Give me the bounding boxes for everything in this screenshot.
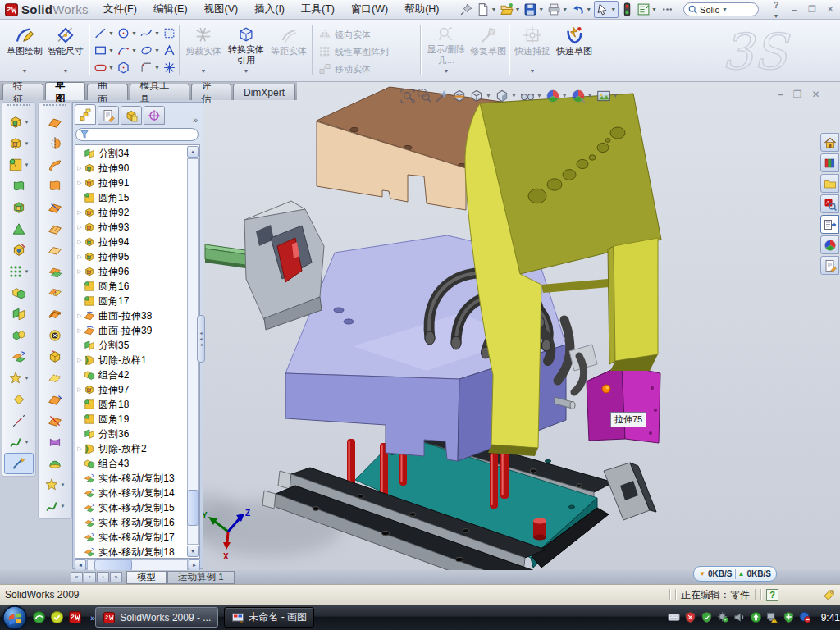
dimxpertmanager-tab[interactable] — [144, 106, 165, 125]
sketch-button[interactable]: 草图绘制▼ — [5, 22, 44, 78]
tree-item-move-copy17[interactable]: 实体-移动/复制17 — [75, 530, 187, 545]
update-service-tray-icon[interactable] — [717, 611, 729, 623]
security-shield-tray-icon[interactable] — [701, 611, 713, 623]
move-entities-button[interactable]: 移动实体 — [318, 61, 413, 77]
quick-snaps-button[interactable]: 快速捕捉▼ — [514, 22, 551, 78]
antivirus-shield-tray-icon[interactable] — [684, 611, 696, 623]
filled-surface-button[interactable] — [39, 218, 71, 240]
view-palette-tab[interactable] — [820, 215, 839, 234]
custom-properties-tab[interactable] — [820, 256, 839, 275]
menu-t[interactable]: 工具(T) — [293, 0, 343, 19]
feature-filter[interactable] — [75, 128, 199, 141]
close-button[interactable]: ✕ — [824, 4, 837, 15]
search-input[interactable]: Solic — [700, 5, 719, 15]
doc-restore-button[interactable]: ❐ — [793, 89, 802, 100]
expand-arrow[interactable]: ▷ — [75, 268, 84, 275]
zoom-area-button[interactable] — [418, 89, 432, 103]
knit-surface-button[interactable] — [39, 282, 71, 304]
display-delete-relations-button[interactable]: 显示/删除几...▼ — [425, 22, 468, 78]
trim-entities-button[interactable]: 剪裁实体▼ — [184, 22, 223, 78]
messenger-button[interactable] — [32, 610, 46, 624]
expand-arrow[interactable]: ▷ — [75, 313, 84, 319]
restore-button[interactable]: ❐ — [806, 4, 819, 15]
revolved-surface-button[interactable] — [39, 133, 71, 154]
tab-曲面[interactable]: 曲面 — [87, 84, 128, 100]
quick-tips-button[interactable]: ? — [766, 589, 778, 601]
line-button[interactable]: ▼ — [94, 26, 115, 40]
volume-tray-icon[interactable] — [733, 611, 746, 623]
tree-item-combine43[interactable]: 组合43 — [75, 456, 187, 471]
save-button[interactable]: ▼ — [523, 2, 546, 17]
expand-arrow[interactable]: ▷ — [75, 327, 84, 334]
search-box[interactable]: Solic ▼ — [683, 2, 759, 16]
toolbar-grip[interactable] — [43, 104, 66, 110]
undo-button[interactable]: ▼ — [570, 2, 593, 17]
tree-item-cut-loft2[interactable]: ▷切除-放样2 — [75, 441, 187, 456]
graphics-area[interactable]: Y Z X — [203, 82, 840, 570]
expand-arrow[interactable]: ▷ — [75, 445, 84, 452]
appearances-scenes-tab[interactable] — [820, 235, 839, 254]
extruded-cut-button[interactable]: ▼ — [2, 133, 35, 154]
lofted-surface-button[interactable] — [39, 176, 71, 197]
expand-arrow[interactable]: ▷ — [75, 253, 84, 260]
panel-splitter-handle[interactable]: ◂◂◂ — [197, 315, 205, 363]
sketch-fillet-button[interactable]: ▼ — [139, 61, 161, 75]
dome-button[interactable] — [39, 453, 71, 474]
clamp-unit-gray[interactable] — [244, 201, 324, 330]
file-explorer-tab[interactable] — [820, 174, 839, 193]
tree-item-cut-loft1[interactable]: ▷切除-放样1 — [75, 353, 187, 368]
combine-bodies-button[interactable] — [2, 282, 35, 304]
smart-dimension-button[interactable]: 智能尺寸▼ — [46, 22, 85, 78]
paint-window-taskbar-button[interactable]: 未命名 - 画图 — [224, 607, 314, 628]
chevron-down-icon[interactable]: ▼ — [722, 7, 728, 12]
curve-button[interactable]: ▼ — [39, 495, 71, 517]
tab-DimXpert[interactable]: DimXpert — [233, 84, 295, 100]
tab-scroll-3[interactable]: » — [110, 572, 122, 582]
doc-close-button[interactable]: ✕ — [811, 89, 819, 100]
boundary-surface-button[interactable] — [39, 197, 71, 218]
rebuild-button[interactable] — [619, 2, 635, 17]
tree-item-split36[interactable]: 分割36 — [75, 427, 187, 441]
solidworks-search-tab[interactable] — [820, 194, 839, 213]
select-box-button[interactable] — [162, 26, 176, 40]
expand-arrow[interactable]: ▷ — [75, 165, 84, 171]
spline-button[interactable]: ▼ — [139, 26, 161, 40]
circle-button[interactable]: ▼ — [116, 26, 138, 40]
tab-scroll-1[interactable]: ‹ — [84, 572, 96, 582]
instant3d-button[interactable] — [4, 453, 34, 474]
section-view-button[interactable] — [452, 89, 467, 103]
expand-arrow[interactable]: ▷ — [75, 180, 84, 186]
hole-wizard-button[interactable] — [2, 240, 35, 261]
shell-button[interactable] — [2, 197, 35, 218]
axis-button[interactable] — [2, 410, 35, 431]
expand-arrow[interactable]: ▷ — [75, 357, 84, 363]
thicken-button[interactable] — [39, 304, 71, 325]
offset-entities-button[interactable]: 等距实体 — [269, 22, 308, 78]
reference-geometry-button[interactable]: ▼ — [39, 474, 71, 495]
tree-item-combine42[interactable]: 组合42 — [75, 368, 187, 382]
mirror-entities-button[interactable]: 镜向实体 — [318, 26, 413, 43]
tree-item-extrude90[interactable]: ▷拉伸90 — [75, 161, 187, 176]
edit-appearance-button[interactable]: ▼ — [546, 89, 568, 103]
tree-item-extrude92[interactable]: ▷拉伸92 — [75, 205, 187, 220]
scroll-left-button[interactable]: ◄ — [75, 559, 86, 571]
toolbar-grip[interactable] — [7, 104, 30, 110]
fillet-button[interactable]: ▼ — [2, 154, 35, 176]
rapid-sketch-button[interactable]: 快速草图 — [555, 22, 594, 78]
move-copy-bodies-button[interactable] — [2, 346, 35, 368]
tab-motion-study[interactable]: 运动算例 1 — [167, 571, 235, 584]
minimize-button[interactable]: – — [788, 5, 801, 15]
tag-icon[interactable] — [823, 589, 835, 601]
network-speed-gadget[interactable]: ▼ 0KB/S ▲ 0KB/S — [693, 566, 777, 582]
swept-surface-button[interactable] — [39, 154, 71, 176]
select-button[interactable]: ▼ — [594, 1, 619, 18]
tree-item-surface-extrude38[interactable]: ▷曲面-拉伸38 — [75, 308, 187, 323]
arc-button[interactable]: ▼ — [116, 43, 138, 57]
nozzle-arm-green[interactable] — [205, 244, 251, 269]
solidworks-window-taskbar-button[interactable]: SolidWorks 2009 - ... — [95, 607, 218, 628]
sync-status-tray-icon[interactable] — [799, 611, 811, 623]
trim-surface-button[interactable] — [39, 410, 71, 431]
tree-item-move-copy13[interactable]: 实体-移动/复制13 — [75, 471, 187, 486]
tab-scroll-2[interactable]: › — [97, 572, 109, 582]
solidworks-quick-button[interactable] — [68, 610, 82, 624]
